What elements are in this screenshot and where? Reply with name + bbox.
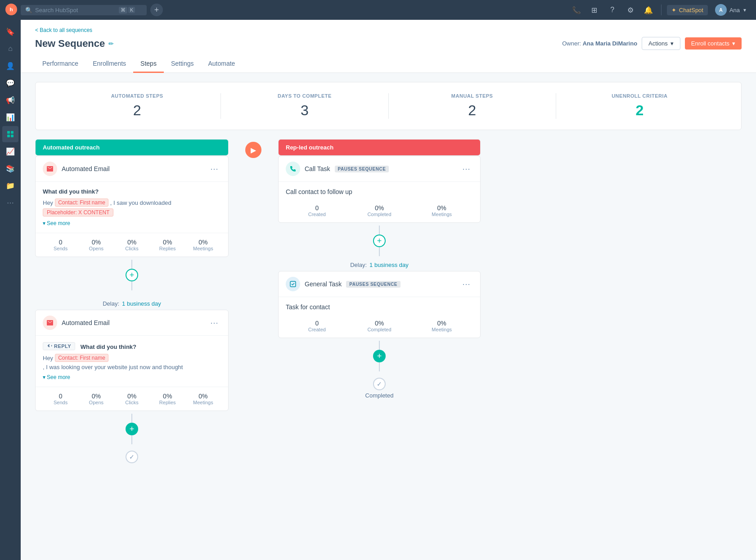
step-1-more-button[interactable]: ⋯ (207, 163, 221, 175)
step-card-1: Automated Email ⋯ What did you think? He… (35, 156, 229, 257)
stat-manual-label: MANUAL STEPS (389, 93, 556, 99)
sidebar-item-marketing[interactable]: 📢 (2, 92, 18, 108)
delay-1: Delay: 1 business day (103, 298, 161, 310)
add-step-btn-1[interactable]: + (126, 269, 138, 281)
tab-enrollments[interactable]: Enrollments (86, 55, 133, 73)
sidebar-item-sales[interactable]: 📊 (2, 109, 18, 125)
delay-link-1[interactable]: 1 business day (122, 300, 161, 307)
notifications-icon[interactable]: 🔔 (641, 3, 656, 17)
email-step-icon-1 (43, 162, 57, 176)
sidebar-item-reports[interactable]: 📈 (2, 143, 18, 159)
see-more-1[interactable]: ▾ See more (43, 220, 221, 226)
main-content: < Back to all sequences New Sequence ✏ O… (21, 20, 756, 560)
task-1-name: Call Task (305, 165, 330, 172)
delay-link-right-1[interactable]: 1 business day (369, 262, 409, 268)
sidebar-item-contacts[interactable]: 👤 (2, 58, 18, 74)
connector-line-right-top-1 (379, 226, 380, 235)
chevron-down-icon: ▼ (742, 8, 747, 13)
add-step-btn-2[interactable]: + (126, 423, 138, 435)
call-task-icon (286, 162, 300, 176)
user-menu[interactable]: A Ana ▼ (711, 2, 751, 18)
add-button[interactable]: + (150, 4, 163, 16)
stat-unenroll-value: 2 (556, 102, 723, 119)
tab-steps[interactable]: Steps (133, 55, 164, 73)
breadcrumb[interactable]: < Back to all sequences (35, 27, 742, 33)
enroll-contacts-button[interactable]: Enroll contacts ▾ (685, 37, 742, 50)
task-1-more-button[interactable]: ⋯ (459, 163, 473, 175)
sidebar-item-home[interactable]: ⌂ (2, 41, 18, 57)
task-2-description: Task for contact (279, 297, 480, 316)
phone-icon[interactable]: 📞 (569, 3, 584, 17)
automated-outreach-card: Automated outreach (35, 139, 229, 156)
task-stat-meetings-2: 0% Meetings (410, 320, 473, 332)
task-card-2: General Task PAUSES SEQUENCE ⋯ Task for … (278, 271, 481, 338)
stat-clicks-2: 0% Clicks (114, 393, 149, 405)
preview-text-1: Hey (43, 199, 53, 206)
step-1-header-left: Automated Email (43, 162, 110, 176)
tab-performance[interactable]: Performance (35, 55, 86, 73)
tab-automate[interactable]: Automate (201, 55, 242, 73)
sidebar-item-conversations[interactable]: 💬 (2, 75, 18, 91)
svg-rect-3 (11, 131, 14, 134)
stat-days-to-complete: DAYS TO COMPLETE 3 (221, 93, 388, 119)
reply-badge: REPLY (43, 342, 75, 350)
see-more-2[interactable]: ▾ See more (43, 374, 221, 380)
svg-rect-2 (7, 131, 10, 134)
sidebar-item-bookmark[interactable]: 🔖 (2, 23, 18, 40)
add-task-btn-1[interactable]: + (373, 235, 386, 247)
connector-line-top-1 (131, 260, 132, 269)
step-card-2: Automated Email ⋯ REPLY What did you thi… (35, 310, 229, 411)
stat-unenroll-label: UNENROLL CRITERIA (556, 93, 723, 99)
sidebar-item-folder[interactable]: 📁 (2, 177, 18, 194)
settings-icon[interactable]: ⚙ (623, 3, 638, 17)
task-card-1: Call Task PAUSES SEQUENCE ⋯ Call contact… (278, 156, 481, 223)
connector-bottom: + (126, 411, 138, 447)
grid-icon[interactable]: ⊞ (587, 3, 602, 17)
chevron-down-icon: ▾ (670, 40, 674, 47)
connector-line-right-bottom-1 (379, 247, 380, 256)
step-1-name: Automated Email (62, 165, 110, 172)
connector-right-1: + (373, 223, 386, 259)
sidebar-item-library[interactable]: 📚 (2, 160, 18, 176)
sidebar-item-sequences[interactable] (2, 126, 18, 142)
title-left: New Sequence ✏ (35, 38, 114, 50)
edit-icon[interactable]: ✏ (108, 40, 114, 47)
add-task-btn-2[interactable]: + (373, 350, 386, 362)
completed-label: Completed (365, 392, 394, 399)
actions-button[interactable]: Actions ▾ (642, 37, 680, 50)
sequences-area: Automated outreach Automated Email ⋯ (21, 139, 756, 485)
task-2-more-button[interactable]: ⋯ (459, 278, 473, 290)
stat-opens-2: 0% Opens (78, 393, 114, 405)
contact-token-1: Contact: First name (55, 199, 108, 207)
tab-settings[interactable]: Settings (164, 55, 201, 73)
chatspot-label: ChatSpot (679, 7, 703, 14)
stat-sends-1: 0 Sends (43, 239, 78, 251)
automated-outreach-column: Automated outreach Automated Email ⋯ (35, 139, 229, 467)
stat-meetings-2: 0% Meetings (185, 393, 221, 405)
search-bar[interactable]: 🔍 ⌘ K (21, 5, 147, 15)
connector-line-top-2 (131, 414, 132, 423)
owner-name: Ana Maria DiMarino (583, 40, 637, 47)
stat-replies-2: 0% Replies (150, 393, 185, 405)
step-1-header: Automated Email ⋯ (36, 156, 228, 182)
middle-connector: ▶ (242, 139, 265, 158)
completed-section-right: ✓ Completed (365, 374, 394, 402)
content-token-1: Placeholder: X CONTENT (43, 208, 113, 217)
search-icon: 🔍 (25, 7, 32, 14)
hubspot-logo: h (5, 4, 17, 17)
search-input[interactable] (35, 7, 116, 14)
stat-days-label: DAYS TO COMPLETE (221, 93, 388, 99)
nav-divider (661, 5, 662, 15)
task-stat-completed-2: 0% Completed (348, 320, 411, 332)
stat-unenroll-criteria: UNENROLL CRITERIA 2 (556, 93, 723, 119)
sidebar-item-more[interactable]: ⋯ (2, 194, 18, 211)
step-2-more-button[interactable]: ⋯ (207, 317, 221, 329)
search-shortcut: ⌘ K (119, 7, 135, 14)
stat-meetings-1: 0% Meetings (185, 239, 221, 251)
rep-led-outreach-header: Rep-led outreach (279, 140, 480, 155)
stat-days-value: 3 (221, 102, 388, 119)
task-2-name: General Task (305, 280, 342, 288)
help-icon[interactable]: ? (605, 3, 620, 17)
task-stat-meetings-1: 0% Meetings (410, 204, 473, 217)
chatspot-button[interactable]: ✦ ChatSpot (667, 5, 708, 15)
